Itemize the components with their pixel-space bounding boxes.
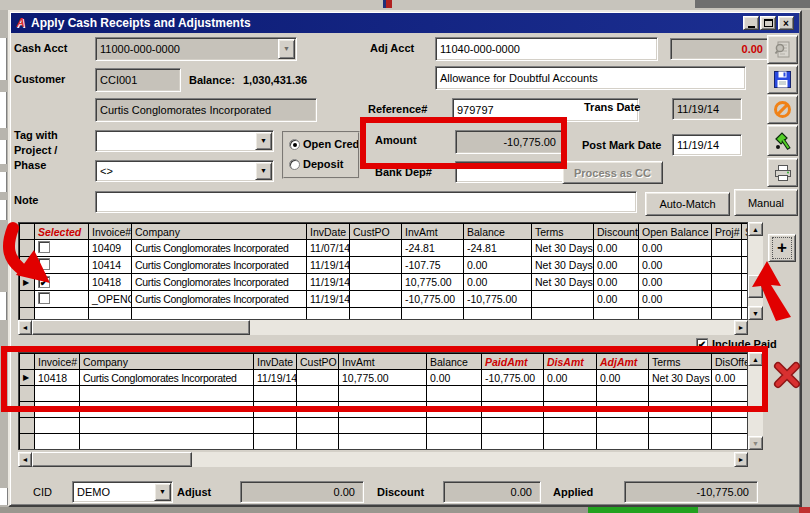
customer-code-field[interactable]: CCI001 bbox=[95, 68, 181, 92]
table-row[interactable]: _OPENCR Curtis Conglomorates Incorporate… bbox=[20, 291, 748, 308]
cash-acct-label: Cash Acct bbox=[14, 42, 67, 54]
annotation-arrow-add bbox=[752, 260, 796, 322]
save-button[interactable] bbox=[767, 65, 798, 94]
background-fragment bbox=[383, 0, 392, 8]
credit-type-group: Open Credit Deposit bbox=[282, 131, 360, 179]
adjust-label: Adjust bbox=[177, 486, 211, 498]
auto-match-button[interactable]: Auto-Match bbox=[645, 192, 730, 216]
trans-date-field: 11/19/14 bbox=[672, 98, 742, 120]
add-row-button[interactable]: + bbox=[768, 234, 796, 262]
col-invamt: InvAmt bbox=[402, 224, 464, 240]
screen: A Apply Cash Receipts and Adjustments × … bbox=[0, 0, 810, 513]
chevron-down-icon[interactable]: ▼ bbox=[154, 483, 171, 501]
background-fragment bbox=[0, 200, 7, 220]
maximize-icon bbox=[764, 19, 773, 27]
cancel-icon bbox=[773, 100, 792, 119]
scroll-right-icon[interactable]: ► bbox=[734, 452, 748, 467]
background-fragment bbox=[0, 92, 7, 128]
adj-amount-field: 0.00 bbox=[670, 38, 768, 60]
table-row[interactable]: 10414 Curtis Conglomorates Incorporated … bbox=[20, 257, 748, 274]
background-fragment bbox=[0, 38, 7, 80]
table-row-selected[interactable]: ▶ ✔ 10418 Curtis Conglomorates Incorpora… bbox=[20, 274, 748, 291]
row-checkbox[interactable] bbox=[38, 292, 50, 304]
cancel-button[interactable] bbox=[767, 95, 798, 124]
scroll-down-icon[interactable]: ▼ bbox=[748, 436, 763, 450]
applied-label: Applied bbox=[553, 486, 593, 498]
discount-label: Discount bbox=[377, 486, 424, 498]
find-button[interactable] bbox=[767, 35, 798, 64]
phase-combobox[interactable]: <> ▼ bbox=[95, 160, 274, 182]
background-fragment bbox=[695, 0, 810, 8]
scroll-thumb[interactable] bbox=[32, 320, 250, 335]
scroll-left-icon[interactable]: ◄ bbox=[18, 320, 32, 335]
process-as-cc-button[interactable]: Process as CC bbox=[562, 161, 663, 184]
print-button[interactable] bbox=[767, 158, 798, 187]
scroll-up-icon[interactable]: ▲ bbox=[748, 222, 763, 236]
close-button[interactable]: × bbox=[778, 16, 794, 30]
adjust-field: 0.00 bbox=[240, 481, 364, 503]
maximize-button[interactable] bbox=[760, 16, 776, 30]
note-field[interactable] bbox=[95, 191, 637, 213]
chevron-down-icon[interactable]: ▼ bbox=[278, 39, 295, 59]
close-icon: × bbox=[783, 18, 789, 29]
deposit-label: Deposit bbox=[303, 158, 343, 170]
table-row[interactable]: 10409 Curtis Conglomorates Incorporated … bbox=[20, 240, 748, 257]
open-credit-radio[interactable] bbox=[289, 139, 300, 150]
col-invoice: Invoice# bbox=[89, 224, 132, 240]
balance-label: Balance: bbox=[189, 74, 235, 86]
applied-hscrollbar[interactable]: ◄ ► bbox=[18, 452, 748, 467]
col-company: Company bbox=[132, 224, 307, 240]
background-fragment bbox=[0, 140, 7, 164]
background-top-strip bbox=[0, 0, 810, 10]
manual-button[interactable]: Manual bbox=[734, 189, 798, 216]
table-row-empty bbox=[20, 308, 748, 321]
col-terms: Terms bbox=[532, 224, 594, 240]
project-combobox[interactable]: ▼ bbox=[95, 130, 274, 152]
balance-value: 1,030,431.36 bbox=[243, 74, 307, 86]
cid-label: CID bbox=[33, 486, 52, 498]
note-label: Note bbox=[14, 194, 38, 206]
background-fragment bbox=[0, 488, 8, 505]
window-title: Apply Cash Receipts and Adjustments bbox=[31, 16, 251, 30]
annotation-rect-amount bbox=[360, 117, 567, 169]
delete-row-button[interactable] bbox=[773, 361, 801, 389]
background-fragment bbox=[0, 172, 7, 192]
title-bar[interactable]: A Apply Cash Receipts and Adjustments bbox=[11, 13, 799, 33]
post-mark-date-label: Post Mark Date bbox=[582, 139, 661, 151]
void-button[interactable] bbox=[767, 125, 798, 156]
chevron-down-icon[interactable]: ▼ bbox=[255, 162, 272, 180]
table-row-empty bbox=[20, 450, 748, 451]
col-balance: Balance bbox=[464, 224, 532, 240]
discount-field: 0.00 bbox=[443, 481, 541, 503]
table-row-empty bbox=[20, 418, 748, 434]
adj-acct-field[interactable]: 11040-000-0000 bbox=[435, 37, 658, 61]
table-row-empty bbox=[20, 434, 748, 450]
background-fragment bbox=[0, 292, 7, 320]
col-custpo: CustPO bbox=[350, 224, 402, 240]
deposit-radio[interactable] bbox=[289, 159, 300, 170]
scroll-left-icon[interactable]: ◄ bbox=[18, 452, 32, 467]
customer-name-field: Curtis Conglomorates Incorporated bbox=[95, 98, 317, 122]
find-document-icon bbox=[773, 40, 793, 60]
delete-x-icon bbox=[778, 366, 796, 384]
col-open-balance: Open Balance bbox=[639, 224, 712, 240]
post-mark-date-field[interactable]: 11/19/14 bbox=[672, 134, 742, 156]
invoice-table: Selected Invoice# Company InvDate CustPO… bbox=[19, 223, 748, 320]
scroll-thumb[interactable] bbox=[32, 452, 192, 467]
plus-icon: + bbox=[773, 238, 791, 258]
cid-combobox[interactable]: DEMO ▼ bbox=[72, 481, 173, 503]
printer-icon bbox=[773, 163, 793, 183]
tag-with-label: Tag with Project / Phase bbox=[14, 128, 58, 173]
adj-acct-label: Adj Acct bbox=[370, 42, 414, 54]
minimize-button[interactable] bbox=[743, 16, 759, 30]
chevron-down-icon[interactable]: ▼ bbox=[255, 132, 272, 150]
open-credit-label: Open Credit bbox=[303, 138, 360, 150]
minimize-icon bbox=[748, 26, 755, 28]
cash-acct-combobox[interactable]: 11000-000-0000 ▼ bbox=[95, 37, 297, 61]
col-proj: Proj# bbox=[712, 224, 742, 240]
app-icon: A bbox=[14, 17, 27, 30]
invoice-hscrollbar[interactable]: ◄ ► bbox=[18, 320, 748, 335]
scroll-right-icon[interactable]: ► bbox=[734, 320, 748, 335]
adj-acct-name-field: Allowance for Doubtful Accounts bbox=[435, 66, 746, 90]
trans-date-label: Trans Date bbox=[584, 101, 640, 113]
